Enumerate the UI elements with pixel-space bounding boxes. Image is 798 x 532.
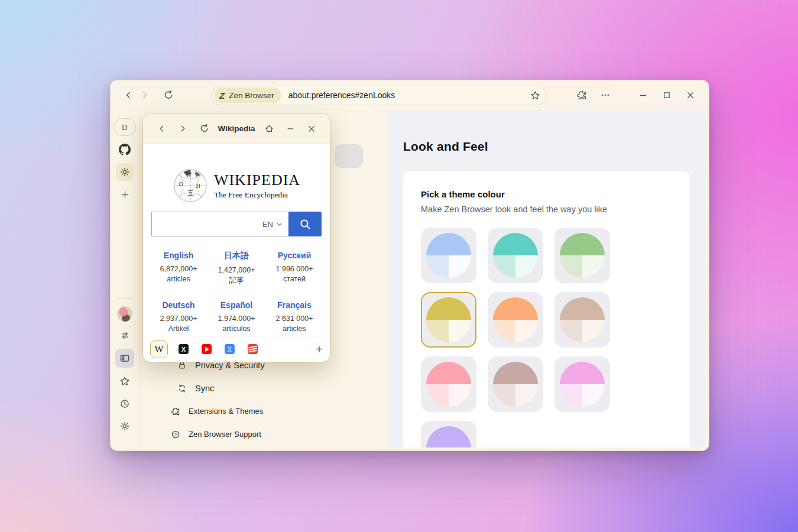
forward-button[interactable] xyxy=(137,87,153,103)
theme-swatch-blue[interactable] xyxy=(421,228,476,283)
language-link[interactable]: Español xyxy=(207,300,265,310)
titlebar: Z Zen Browser about:preferences#zenLooks xyxy=(111,80,709,110)
chevron-down-icon xyxy=(276,221,283,228)
settings-nav-item-zen-browser-support[interactable]: ?Zen Browser Support xyxy=(140,423,388,446)
theme-swatch-mauve[interactable] xyxy=(488,356,543,412)
theme-color-circle xyxy=(426,233,471,278)
clock-icon xyxy=(119,398,130,409)
swap-arrows-icon xyxy=(120,330,130,340)
wikipedia-language-selector[interactable]: EN xyxy=(262,212,283,236)
theme-swatch-teal[interactable] xyxy=(488,228,543,283)
language-link[interactable]: Deutsch xyxy=(150,300,207,310)
translate-favicon[interactable]: 文 xyxy=(225,344,235,354)
sidebar-toggle-button-active[interactable] xyxy=(115,349,134,368)
theme-swatch-purple[interactable] xyxy=(421,421,476,447)
search-lang-code: EN xyxy=(262,220,273,229)
theme-color-circle xyxy=(560,362,605,407)
bookmark-star-icon[interactable] xyxy=(530,90,540,100)
language-article-count: 2 631 000+articles xyxy=(265,314,323,334)
language-link[interactable]: 日本語 xyxy=(207,251,265,261)
theme-color-circle xyxy=(426,426,471,447)
mini-close-button[interactable] xyxy=(304,121,319,137)
theme-color-circle xyxy=(426,297,471,342)
mini-window-titlebar: Wikipedia xyxy=(143,113,330,144)
workspace-indicator[interactable]: D xyxy=(113,118,136,136)
page-title: Look and Feel xyxy=(403,140,488,154)
url-bar[interactable]: Z Zen Browser about:preferences#zenLooks xyxy=(211,86,547,105)
site-identity-badge[interactable]: Z Zen Browser xyxy=(214,87,281,103)
github-icon xyxy=(119,144,131,155)
settings-page: Privacy & SecuritySyncExtensions & Theme… xyxy=(140,110,709,450)
pinned-tab-settings-active[interactable] xyxy=(116,163,134,181)
mini-home-button[interactable] xyxy=(261,121,277,137)
mini-minimize-button[interactable] xyxy=(283,121,298,137)
wikipedia-wordmark: WIKIPEDIA xyxy=(214,171,300,189)
profile-avatar[interactable] xyxy=(117,306,132,322)
language-article-count: 1.974.000+artículos xyxy=(207,314,265,334)
history-button[interactable] xyxy=(116,395,134,413)
theme-swatch-salmon[interactable] xyxy=(421,356,476,412)
theme-swatch-orange[interactable] xyxy=(488,292,543,348)
close-button[interactable] xyxy=(682,87,699,103)
mini-forward-button[interactable] xyxy=(175,121,190,137)
wikipedia-favicon[interactable]: W xyxy=(150,340,168,358)
search-icon xyxy=(299,218,312,231)
settings-nav: Privacy & SecuritySyncExtensions & Theme… xyxy=(140,353,388,446)
star-icon xyxy=(119,376,130,387)
theme-swatch-tan[interactable] xyxy=(554,292,610,348)
bookmarks-button[interactable] xyxy=(116,372,134,390)
extensions-button[interactable] xyxy=(573,87,591,103)
todoist-favicon[interactable] xyxy=(248,344,258,354)
theme-color-circle xyxy=(426,362,471,407)
language-article-count: 1 996 000+статей xyxy=(265,264,323,284)
language-article-count: 1,427,000+記事 xyxy=(207,265,265,286)
puzzle-icon xyxy=(171,407,180,416)
settings-button[interactable] xyxy=(116,417,134,435)
app-menu-button[interactable] xyxy=(596,87,614,103)
settings-search-input[interactable] xyxy=(335,144,363,168)
language-link-cell: Español 1.974.000+artículos xyxy=(207,300,265,334)
x-favicon[interactable]: X xyxy=(179,344,189,354)
svg-text:五: 五 xyxy=(187,190,194,196)
language-link-cell: Русский 1 996 000+статей xyxy=(265,251,323,286)
theme-card: Pick a theme colour Make Zen Browser loo… xyxy=(403,171,690,447)
wikipedia-search-button[interactable] xyxy=(288,212,322,236)
theme-color-circle xyxy=(560,297,605,342)
wikipedia-tagline: The Free Encyclopedia xyxy=(214,190,300,200)
reload-button[interactable] xyxy=(160,87,177,103)
mini-add-tab-button[interactable]: + xyxy=(316,343,323,355)
youtube-favicon[interactable] xyxy=(202,344,212,354)
theme-swatch-green[interactable] xyxy=(554,228,610,283)
wikipedia-search-input[interactable]: EN xyxy=(151,212,288,236)
help-icon: ? xyxy=(171,430,180,439)
url-text: about:preferences#zenLooks xyxy=(288,90,395,100)
mini-reload-button[interactable] xyxy=(196,121,212,137)
wikipedia-page: W Ω Н 五 WIKIPEDIA The Free Encyclopedia xyxy=(143,144,330,362)
settings-nav-item-sync[interactable]: Sync xyxy=(140,377,388,400)
settings-nav-item-extensions-themes[interactable]: Extensions & Themes xyxy=(140,400,388,423)
mini-window-title: Wikipedia xyxy=(215,124,258,133)
theme-swatch-gold-selected[interactable] xyxy=(421,292,476,348)
theme-color-circle xyxy=(493,362,538,407)
pinned-tab-github[interactable] xyxy=(116,141,134,158)
new-tab-button[interactable] xyxy=(116,186,134,203)
sidebar: D xyxy=(111,110,140,450)
mini-back-button[interactable] xyxy=(154,121,169,137)
settings-nav-label: Zen Browser Support xyxy=(189,430,261,439)
language-link-cell: 日本語 1,427,000+記事 xyxy=(207,251,265,286)
language-link-cell: Deutsch 2.937.000+Artikel xyxy=(150,300,207,334)
minimize-button[interactable] xyxy=(634,87,652,103)
wikipedia-language-grid: English 6,872,000+articles日本語 1,427,000+… xyxy=(143,251,330,334)
wikipedia-logo-block: W Ω Н 五 WIKIPEDIA The Free Encyclopedia xyxy=(143,168,330,203)
language-link[interactable]: English xyxy=(150,251,207,260)
language-link-cell: English 6,872,000+articles xyxy=(150,251,207,286)
language-link[interactable]: Русский xyxy=(265,251,323,260)
language-link[interactable]: Français xyxy=(265,300,323,310)
workspace-switch-button[interactable] xyxy=(116,326,134,344)
back-button[interactable] xyxy=(120,87,137,103)
mini-browser-window: Wikipedia xyxy=(142,113,330,362)
sidebar-panels-icon xyxy=(119,353,130,364)
theme-swatch-pink[interactable] xyxy=(554,356,610,412)
card-subtitle: Make Zen Browser look and feel the way y… xyxy=(421,205,672,214)
maximize-button[interactable] xyxy=(658,87,676,103)
